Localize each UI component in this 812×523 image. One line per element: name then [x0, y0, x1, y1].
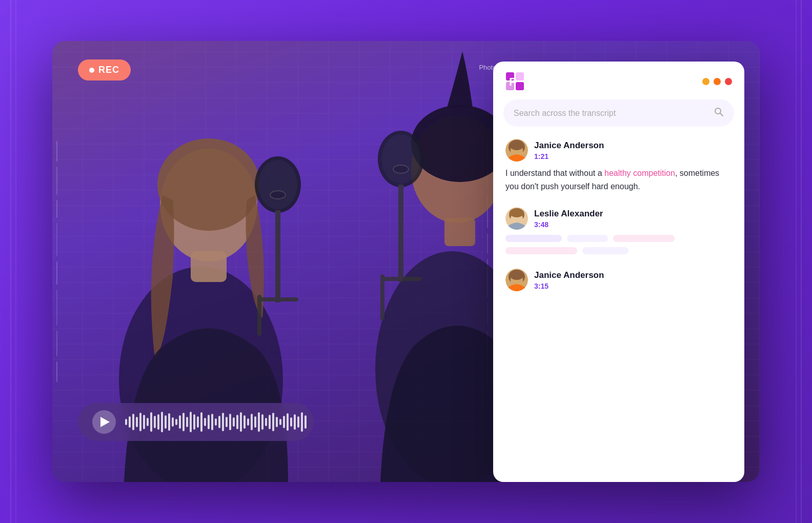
wave-bar — [276, 417, 278, 427]
wave-bar — [139, 413, 141, 431]
wave-bar — [269, 415, 271, 429]
traffic-light-orange — [714, 78, 721, 85]
wave-bar — [136, 417, 138, 427]
wave-bar — [168, 413, 170, 431]
app-logo: F — [505, 72, 525, 91]
wave-bar — [261, 414, 263, 430]
wave-bar — [182, 413, 185, 431]
wave-bar — [197, 416, 199, 428]
microphone-right — [370, 118, 432, 333]
wave-bar — [143, 415, 145, 429]
speaker-row-2: Leslie Alexander 3:48 — [505, 207, 732, 230]
svg-rect-7 — [444, 218, 475, 246]
transcript-highlight-1: healthy competition — [604, 169, 675, 177]
svg-rect-18 — [380, 274, 384, 320]
wave-bar — [215, 418, 217, 426]
speaker-name-3: Janice Anderson — [534, 270, 604, 280]
app-logo-icon: F — [505, 72, 525, 91]
search-bar[interactable]: Search across the transcript — [503, 99, 734, 127]
avatar-janice-1-svg — [505, 139, 528, 162]
play-icon — [100, 417, 110, 427]
skeleton-lines-1 — [505, 235, 732, 254]
speaker-info-3: Janice Anderson 3:15 — [534, 270, 604, 290]
wave-bar — [233, 417, 235, 427]
transcript-entry-1: Janice Anderson 1:21 I understand that w… — [505, 139, 732, 193]
wave-bar — [186, 417, 188, 427]
panel-header: F — [493, 62, 744, 99]
search-icon — [714, 107, 724, 119]
wave-bar — [297, 416, 299, 428]
wave-bar — [154, 416, 156, 428]
wave-bar — [147, 418, 149, 426]
wave-bar — [157, 414, 159, 430]
wave-bar — [218, 416, 220, 428]
svg-rect-23 — [516, 82, 524, 90]
avatar-leslie — [505, 207, 528, 230]
skeleton-bar — [505, 247, 577, 254]
speaker-time-3: 3:15 — [534, 282, 604, 290]
speaker-info-2: Leslie Alexander 3:48 — [534, 209, 603, 229]
wave-bar — [150, 412, 152, 432]
wave-bar — [129, 416, 131, 428]
speaker-name-2: Leslie Alexander — [534, 209, 603, 219]
skeleton-bar — [582, 247, 628, 254]
play-button[interactable] — [92, 410, 116, 434]
skeleton-row-1 — [505, 235, 732, 242]
transcript-panel: F Search across the transcript — [493, 62, 744, 482]
transcript-content: Janice Anderson 1:21 I understand that w… — [493, 135, 744, 482]
svg-rect-10 — [275, 210, 280, 303]
wave-bar — [190, 412, 192, 432]
search-placeholder: Search across the transcript — [514, 109, 616, 118]
svg-point-9 — [258, 160, 297, 209]
svg-point-30 — [510, 140, 524, 150]
svg-point-15 — [381, 134, 420, 184]
transcript-entry-2: Leslie Alexander 3:48 — [505, 207, 732, 254]
wave-bar — [304, 415, 307, 429]
microphone-left — [247, 144, 309, 349]
wave-bar — [251, 414, 253, 430]
wave-bar — [175, 419, 177, 425]
avatar-janice-1 — [505, 139, 528, 162]
wave-bar — [272, 413, 274, 431]
wave-bar — [211, 414, 213, 430]
traffic-light-yellow — [702, 78, 709, 85]
wave-bar — [265, 418, 267, 426]
wave-bar — [240, 412, 242, 432]
wave-bar — [301, 412, 303, 432]
svg-point-38 — [510, 270, 524, 280]
skeleton-bar — [505, 235, 562, 242]
wave-bar — [125, 419, 127, 425]
wave-bar — [258, 412, 260, 432]
wave-bar — [247, 418, 249, 426]
skeleton-bar — [567, 235, 608, 242]
wave-bar — [193, 414, 195, 430]
traffic-light-red — [725, 78, 732, 85]
rec-label: REC — [98, 65, 119, 75]
rec-dot — [89, 68, 94, 73]
wave-bar — [294, 414, 296, 430]
wave-bar — [243, 415, 246, 429]
avatar-leslie-svg — [505, 207, 528, 230]
wave-bar — [208, 415, 210, 429]
wave-bar — [229, 414, 231, 430]
svg-point-34 — [510, 208, 524, 217]
left-waveform-lines — [56, 41, 57, 482]
svg-rect-12 — [257, 295, 261, 336]
svg-point-13 — [270, 191, 286, 199]
avatar-janice-2 — [505, 269, 528, 291]
transcript-text-1: I understand that without a healthy comp… — [505, 167, 732, 193]
svg-point-19 — [393, 165, 409, 173]
speaker-row-3: Janice Anderson 3:15 — [505, 269, 732, 291]
speaker-row-1: Janice Anderson 1:21 — [505, 139, 732, 162]
main-card: REC Photo by @george-milton — [52, 41, 760, 482]
speaker-time-2: 3:48 — [534, 220, 603, 229]
wave-bar — [279, 419, 281, 425]
wave-bar — [132, 414, 134, 430]
wave-bar — [172, 417, 174, 427]
wave-bar — [254, 416, 256, 428]
svg-text:F: F — [509, 75, 516, 88]
speaker-name-1: Janice Anderson — [534, 140, 604, 151]
wave-bar — [287, 413, 289, 431]
waveform — [125, 412, 307, 432]
rec-badge: REC — [78, 59, 131, 81]
